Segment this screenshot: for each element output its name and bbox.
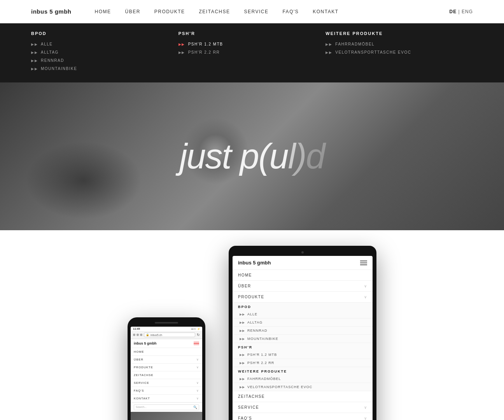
- nav-produkte[interactable]: PRODUKTE: [154, 9, 185, 14]
- arrow-icon: ▶▶: [240, 377, 245, 381]
- dropdown-menu: BPOD ▶▶ ALLE ▶▶ ALLTAG ▶▶ RENNRAD ▶▶ MOU…: [0, 23, 504, 82]
- arrow-icon: ▶▶: [31, 59, 38, 63]
- tablet-weitere-velo[interactable]: ▶▶ VELOTRANSPORTTASCHE EVOC: [233, 383, 373, 391]
- tablet-device: inbus 5 gmbh HOME ÜBER ∨ PRODUKTE ∨: [229, 246, 376, 420]
- tablet-bpod-rennrad[interactable]: ▶▶ RENNRAD: [233, 327, 373, 335]
- browser-dot: [133, 334, 135, 336]
- phone-browser-bar: 🔒 inbus5.ch ↻: [131, 331, 202, 339]
- lang-sep: |: [458, 9, 460, 14]
- tablet-weitere-fahrrad[interactable]: ▶▶ FAHRRADMÖBEL: [233, 375, 373, 383]
- tablet-pshr-section: PSH'R ▶▶ PSH'R 1.2 MTB ▶▶ PSH'R 2.2 RR: [233, 343, 373, 367]
- arrow-icon: ▶▶: [240, 329, 245, 332]
- chevron-down-icon: ∨: [364, 295, 368, 299]
- phone-search-bar: Search... 🔍: [131, 402, 202, 412]
- dropdown-col-bpod: BPOD ▶▶ ALLE ▶▶ ALLTAG ▶▶ RENNRAD ▶▶ MOU…: [31, 31, 178, 75]
- tablet-camera: [301, 251, 304, 254]
- chevron-down-icon: ∨: [196, 366, 199, 369]
- arrow-icon: ▶▶: [31, 51, 38, 54]
- phone-menu-service[interactable]: SERVICE ∨: [131, 379, 202, 387]
- hero-text: just p(ul)d: [179, 136, 324, 177]
- arrow-icon: ▶▶: [240, 353, 245, 357]
- arrow-icon: ▶▶: [326, 42, 332, 46]
- language-switcher: DE | ENG: [450, 9, 473, 14]
- search-icon: 🔍: [193, 406, 197, 409]
- chevron-down-icon: ∨: [364, 405, 368, 410]
- phone-logo: inbus 5 gmbh: [134, 341, 157, 345]
- nav-ueber[interactable]: ÜBER: [125, 9, 140, 14]
- phone-menu-produkte[interactable]: PRODUKTE ∨: [131, 364, 202, 371]
- phone-refresh-icon[interactable]: ↻: [197, 333, 200, 337]
- dropdown-col-weitere: WEITERE PRODUKTE ▶▶ FAHRRADMÖBEL ▶▶ VELO…: [326, 31, 473, 75]
- phone-browser-icons: [133, 334, 142, 336]
- weitere-subtitle: WEITERE PRODUKTE: [233, 367, 373, 375]
- phone-status: ▪▪▪ ᯤ ⚡: [191, 327, 200, 330]
- phone-menu-faqs[interactable]: FAQ'S ∨: [131, 387, 202, 395]
- chevron-down-icon: ∨: [196, 397, 199, 400]
- hamburger-line-3: [194, 345, 199, 345]
- phone-time: 11:45: [133, 327, 140, 330]
- site-logo[interactable]: inbus 5 gmbh: [31, 8, 72, 15]
- lang-eng[interactable]: ENG: [462, 9, 473, 14]
- arrow-icon: ▶▶: [240, 337, 245, 341]
- weitere-fahrrad[interactable]: ▶▶ FAHRRADMÖBEL: [326, 42, 457, 46]
- phone-menu-ueber[interactable]: ÜBER ∨: [131, 356, 202, 364]
- phone-speaker: [155, 322, 178, 324]
- phone-menu-kontakt[interactable]: KONTAKT ∨: [131, 395, 202, 402]
- tablet-logo: inbus 5 gmbh: [238, 260, 271, 266]
- tablet-menu-zeitachse[interactable]: ZEITACHSE: [233, 391, 373, 402]
- phone-screen: 11:45 ▪▪▪ ᯤ ⚡ 🔒 inbus5.ch ↻ inbus 5 gmbh: [131, 327, 202, 420]
- dropdown-col-pshr: PSH'R ▶▶ PSH'R 1.2 MTB ▶▶ PSH'R 2.2 RR: [178, 31, 326, 75]
- nav-home[interactable]: HOME: [95, 9, 111, 14]
- phone-menu-zeitachse[interactable]: ZEITACHSE: [131, 371, 202, 379]
- tablet-hamburger-icon[interactable]: [360, 261, 367, 265]
- pshr-title: PSH'R: [178, 31, 310, 36]
- hamburger-line-1: [194, 342, 199, 343]
- bpod-subtitle: BPOD: [233, 303, 373, 310]
- weitere-velo[interactable]: ▶▶ VELOTRANSPORTTASCHE EVOC: [326, 50, 457, 54]
- hamburger-line-2: [360, 262, 367, 263]
- bpod-alltag[interactable]: ▶▶ ALLTAG: [31, 50, 163, 54]
- tablet-menu-service[interactable]: SERVICE ∨: [233, 402, 373, 413]
- tablet-menu-faqs[interactable]: FAQ'S ∨: [233, 413, 373, 420]
- bpod-title: BPOD: [31, 31, 163, 36]
- hero-section: just p(ul)d: [0, 82, 504, 230]
- nav-kontakt[interactable]: KONTAKT: [313, 9, 338, 14]
- tablet-nav-header: inbus 5 gmbh: [233, 256, 373, 270]
- bpod-alle[interactable]: ▶▶ ALLE: [31, 42, 163, 46]
- chevron-down-icon: ∨: [364, 284, 368, 288]
- tablet-bpod-section: BPOD ▶▶ ALLE ▶▶ ALLTAG ▶▶ RENNRAD ▶▶ MOU…: [233, 303, 373, 343]
- lang-de[interactable]: DE: [450, 9, 457, 14]
- tablet-menu-home[interactable]: HOME: [233, 270, 373, 281]
- tablet-menu-ueber[interactable]: ÜBER ∨: [233, 281, 373, 292]
- browser-dot: [136, 334, 139, 336]
- phone-url: inbus5.ch: [150, 334, 162, 336]
- tablet-bpod-alltag[interactable]: ▶▶ ALLTAG: [233, 318, 373, 327]
- phone-url-bar[interactable]: 🔒 inbus5.ch: [144, 332, 195, 337]
- tablet-screen: inbus 5 gmbh HOME ÜBER ∨ PRODUKTE ∨: [233, 256, 373, 420]
- bpod-mountainbike[interactable]: ▶▶ MOUNTAINBIKE: [31, 66, 163, 71]
- arrow-icon: ▶▶: [240, 321, 245, 324]
- arrow-icon: ▶▶: [240, 385, 245, 389]
- phone-device: 11:45 ▪▪▪ ᯤ ⚡ 🔒 inbus5.ch ↻ inbus 5 gmbh: [128, 317, 205, 420]
- bpod-rennrad[interactable]: ▶▶ RENNRAD: [31, 58, 163, 63]
- pshr-mtb[interactable]: ▶▶ PSH'R 1.2 MTB: [178, 42, 310, 46]
- nav-service[interactable]: SERVICE: [244, 9, 268, 14]
- hamburger-line-1: [360, 261, 367, 261]
- arrow-icon: ▶▶: [178, 51, 185, 54]
- nav-links: HOME ÜBER PRODUKTE ZEITACHSE SERVICE FAQ…: [95, 9, 450, 14]
- nav-faqs[interactable]: FAQ'S: [282, 9, 299, 14]
- hamburger-icon[interactable]: [194, 342, 199, 345]
- pshr-rr[interactable]: ▶▶ PSH'R 2.2 RR: [178, 50, 310, 54]
- phone-menu-home[interactable]: HOME: [131, 348, 202, 356]
- tablet-pshr-rr[interactable]: ▶▶ PSH'R 2.2 RR: [233, 359, 373, 367]
- arrow-icon: ▶▶: [240, 361, 245, 365]
- nav-zeitachse[interactable]: ZEITACHSE: [199, 9, 230, 14]
- tablet-menu-produkte[interactable]: PRODUKTE ∨: [233, 292, 373, 303]
- top-navigation: inbus 5 gmbh HOME ÜBER PRODUKTE ZEITACHS…: [0, 0, 504, 23]
- tablet-bpod-alle[interactable]: ▶▶ ALLE: [233, 310, 373, 318]
- tablet-pshr-mtb[interactable]: ▶▶ PSH'R 1.2 MTB: [233, 351, 373, 359]
- tablet-bpod-mountainbike[interactable]: ▶▶ MOUNTAINBIKE: [233, 335, 373, 343]
- phone-search-input[interactable]: Search... 🔍: [134, 404, 199, 410]
- pshr-subtitle: PSH'R: [233, 343, 373, 351]
- weitere-title: WEITERE PRODUKTE: [326, 31, 457, 36]
